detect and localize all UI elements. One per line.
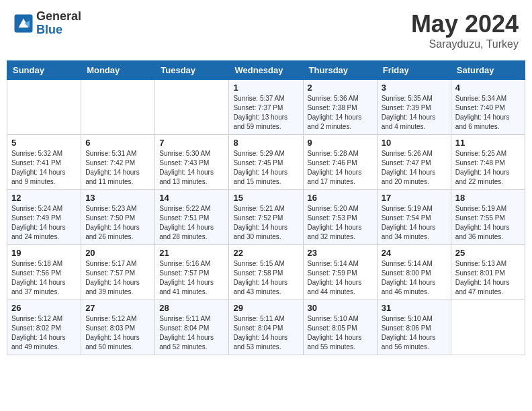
day-header-friday: Friday xyxy=(377,61,451,80)
calendar-cell: 29Sunrise: 5:11 AM Sunset: 8:04 PM Dayli… xyxy=(229,300,303,355)
day-info: Sunrise: 5:21 AM Sunset: 7:52 PM Dayligh… xyxy=(233,204,298,242)
calendar-cell: 6Sunrise: 5:31 AM Sunset: 7:42 PM Daylig… xyxy=(81,135,155,190)
day-info: Sunrise: 5:35 AM Sunset: 7:39 PM Dayligh… xyxy=(382,94,447,132)
calendar-cell: 5Sunrise: 5:32 AM Sunset: 7:41 PM Daylig… xyxy=(7,135,81,190)
day-number: 16 xyxy=(308,193,373,203)
calendar-cell: 9Sunrise: 5:28 AM Sunset: 7:46 PM Daylig… xyxy=(303,135,377,190)
day-info: Sunrise: 5:26 AM Sunset: 7:47 PM Dayligh… xyxy=(382,149,447,187)
day-info: Sunrise: 5:28 AM Sunset: 7:46 PM Dayligh… xyxy=(308,149,373,187)
calendar-cell: 28Sunrise: 5:11 AM Sunset: 8:04 PM Dayli… xyxy=(155,300,229,355)
day-number: 21 xyxy=(159,248,224,258)
day-info: Sunrise: 5:22 AM Sunset: 7:51 PM Dayligh… xyxy=(159,204,224,242)
day-number: 20 xyxy=(85,248,150,258)
calendar-cell: 30Sunrise: 5:10 AM Sunset: 8:05 PM Dayli… xyxy=(303,300,377,355)
calendar-cell: 25Sunrise: 5:13 AM Sunset: 8:01 PM Dayli… xyxy=(451,245,525,300)
day-info: Sunrise: 5:32 AM Sunset: 7:41 PM Dayligh… xyxy=(11,149,77,187)
day-info: Sunrise: 5:16 AM Sunset: 7:57 PM Dayligh… xyxy=(159,259,224,297)
day-info: Sunrise: 5:19 AM Sunset: 7:54 PM Dayligh… xyxy=(382,204,447,242)
day-number: 22 xyxy=(233,248,298,258)
calendar-cell: 19Sunrise: 5:18 AM Sunset: 7:56 PM Dayli… xyxy=(7,245,81,300)
calendar-cell: 18Sunrise: 5:19 AM Sunset: 7:55 PM Dayli… xyxy=(451,190,525,245)
calendar-cell: 21Sunrise: 5:16 AM Sunset: 7:57 PM Dayli… xyxy=(155,245,229,300)
calendar-cell xyxy=(155,80,229,135)
day-number: 19 xyxy=(11,248,77,258)
day-info: Sunrise: 5:30 AM Sunset: 7:43 PM Dayligh… xyxy=(159,149,224,187)
calendar-cell: 24Sunrise: 5:14 AM Sunset: 8:00 PM Dayli… xyxy=(377,245,451,300)
calendar-cell: 11Sunrise: 5:25 AM Sunset: 7:48 PM Dayli… xyxy=(451,135,525,190)
location: Sarayduzu, Turkey xyxy=(411,38,519,50)
calendar-cell: 22Sunrise: 5:15 AM Sunset: 7:58 PM Dayli… xyxy=(229,245,303,300)
calendar-cell: 14Sunrise: 5:22 AM Sunset: 7:51 PM Dayli… xyxy=(155,190,229,245)
day-number: 30 xyxy=(308,303,373,313)
day-number: 14 xyxy=(159,193,224,203)
day-number: 8 xyxy=(233,138,298,148)
calendar-cell: 20Sunrise: 5:17 AM Sunset: 7:57 PM Dayli… xyxy=(81,245,155,300)
day-number: 4 xyxy=(455,83,521,93)
day-number: 18 xyxy=(455,193,521,203)
calendar-cell: 23Sunrise: 5:14 AM Sunset: 7:59 PM Dayli… xyxy=(303,245,377,300)
day-info: Sunrise: 5:31 AM Sunset: 7:42 PM Dayligh… xyxy=(85,149,150,187)
calendar-week-2: 5Sunrise: 5:32 AM Sunset: 7:41 PM Daylig… xyxy=(7,135,525,190)
calendar-cell: 10Sunrise: 5:26 AM Sunset: 7:47 PM Dayli… xyxy=(377,135,451,190)
day-info: Sunrise: 5:34 AM Sunset: 7:40 PM Dayligh… xyxy=(455,94,521,132)
day-info: Sunrise: 5:12 AM Sunset: 8:02 PM Dayligh… xyxy=(11,314,77,352)
day-number: 7 xyxy=(159,138,224,148)
day-number: 13 xyxy=(85,193,150,203)
day-info: Sunrise: 5:17 AM Sunset: 7:57 PM Dayligh… xyxy=(85,259,150,297)
day-number: 9 xyxy=(308,138,373,148)
day-number: 26 xyxy=(11,303,77,313)
day-info: Sunrise: 5:29 AM Sunset: 7:45 PM Dayligh… xyxy=(233,149,298,187)
calendar-cell: 31Sunrise: 5:10 AM Sunset: 8:06 PM Dayli… xyxy=(377,300,451,355)
calendar-cell: 8Sunrise: 5:29 AM Sunset: 7:45 PM Daylig… xyxy=(229,135,303,190)
page-header: General Blue May 2024 Sarayduzu, Turkey xyxy=(7,7,525,54)
day-info: Sunrise: 5:15 AM Sunset: 7:58 PM Dayligh… xyxy=(233,259,298,297)
logo-general-text: General xyxy=(36,10,81,24)
calendar-cell: 26Sunrise: 5:12 AM Sunset: 8:02 PM Dayli… xyxy=(7,300,81,355)
day-info: Sunrise: 5:18 AM Sunset: 7:56 PM Dayligh… xyxy=(11,259,77,297)
day-info: Sunrise: 5:14 AM Sunset: 8:00 PM Dayligh… xyxy=(382,259,447,297)
day-header-wednesday: Wednesday xyxy=(229,61,303,80)
day-number: 23 xyxy=(308,248,373,258)
day-number: 1 xyxy=(233,83,298,93)
calendar-cell: 16Sunrise: 5:20 AM Sunset: 7:53 PM Dayli… xyxy=(303,190,377,245)
month-year: May 2024 xyxy=(411,10,519,38)
day-header-tuesday: Tuesday xyxy=(155,61,229,80)
calendar-cell: 12Sunrise: 5:24 AM Sunset: 7:49 PM Dayli… xyxy=(7,190,81,245)
day-number: 31 xyxy=(382,303,447,313)
day-info: Sunrise: 5:19 AM Sunset: 7:55 PM Dayligh… xyxy=(455,204,521,242)
calendar-cell: 3Sunrise: 5:35 AM Sunset: 7:39 PM Daylig… xyxy=(377,80,451,135)
day-number: 25 xyxy=(455,248,521,258)
calendar-week-5: 26Sunrise: 5:12 AM Sunset: 8:02 PM Dayli… xyxy=(7,300,525,355)
day-info: Sunrise: 5:10 AM Sunset: 8:05 PM Dayligh… xyxy=(308,314,373,352)
day-info: Sunrise: 5:24 AM Sunset: 7:49 PM Dayligh… xyxy=(11,204,77,242)
day-number: 27 xyxy=(85,303,150,313)
day-header-thursday: Thursday xyxy=(303,61,377,80)
title-block: May 2024 Sarayduzu, Turkey xyxy=(411,10,519,50)
day-info: Sunrise: 5:36 AM Sunset: 7:38 PM Dayligh… xyxy=(308,94,373,132)
day-number: 2 xyxy=(308,83,373,93)
day-info: Sunrise: 5:20 AM Sunset: 7:53 PM Dayligh… xyxy=(308,204,373,242)
logo-icon xyxy=(13,13,34,34)
day-info: Sunrise: 5:13 AM Sunset: 8:01 PM Dayligh… xyxy=(455,259,521,297)
calendar-week-4: 19Sunrise: 5:18 AM Sunset: 7:56 PM Dayli… xyxy=(7,245,525,300)
day-number: 15 xyxy=(233,193,298,203)
calendar-table: SundayMondayTuesdayWednesdayThursdayFrid… xyxy=(7,60,525,355)
day-number: 10 xyxy=(382,138,447,148)
day-header-sunday: Sunday xyxy=(7,61,81,80)
day-info: Sunrise: 5:11 AM Sunset: 8:04 PM Dayligh… xyxy=(233,314,298,352)
logo: General Blue xyxy=(13,10,81,37)
calendar-cell xyxy=(7,80,81,135)
calendar-cell: 17Sunrise: 5:19 AM Sunset: 7:54 PM Dayli… xyxy=(377,190,451,245)
day-number: 6 xyxy=(85,138,150,148)
calendar-cell: 7Sunrise: 5:30 AM Sunset: 7:43 PM Daylig… xyxy=(155,135,229,190)
calendar-week-3: 12Sunrise: 5:24 AM Sunset: 7:49 PM Dayli… xyxy=(7,190,525,245)
logo-blue-text: Blue xyxy=(36,24,81,37)
day-info: Sunrise: 5:23 AM Sunset: 7:50 PM Dayligh… xyxy=(85,204,150,242)
calendar-cell: 2Sunrise: 5:36 AM Sunset: 7:38 PM Daylig… xyxy=(303,80,377,135)
calendar-cell: 27Sunrise: 5:12 AM Sunset: 8:03 PM Dayli… xyxy=(81,300,155,355)
calendar-week-1: 1Sunrise: 5:37 AM Sunset: 7:37 PM Daylig… xyxy=(7,80,525,135)
day-number: 12 xyxy=(11,193,77,203)
day-info: Sunrise: 5:14 AM Sunset: 7:59 PM Dayligh… xyxy=(308,259,373,297)
day-info: Sunrise: 5:10 AM Sunset: 8:06 PM Dayligh… xyxy=(382,314,447,352)
calendar-cell xyxy=(451,300,525,355)
